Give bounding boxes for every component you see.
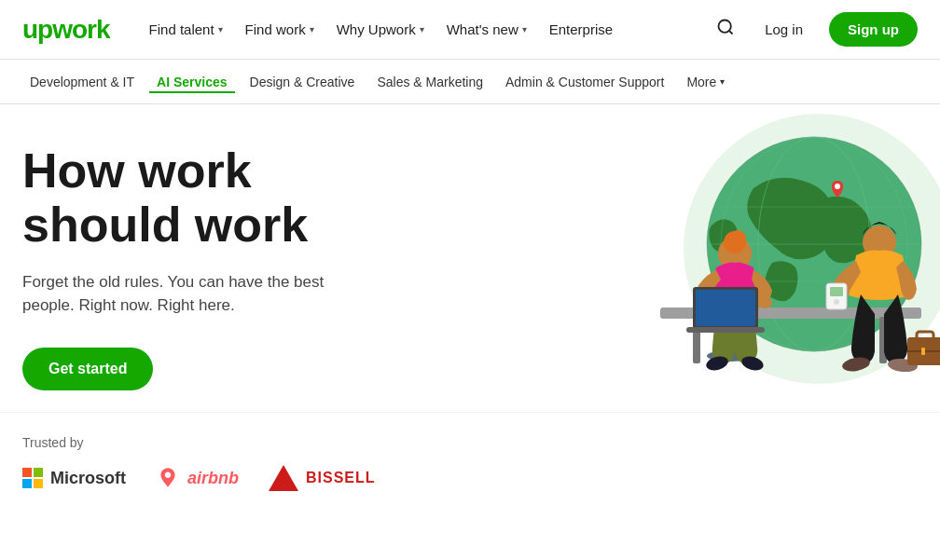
nav-enterprise[interactable]: Enterprise [540,14,622,45]
login-button[interactable]: Log in [753,14,814,45]
category-nav: Development & IT AI Services Design & Cr… [0,60,940,104]
upwork-logo[interactable]: upwork [22,15,110,45]
nav-whats-new[interactable]: What's new ▾ [437,14,536,45]
nav-why-upwork[interactable]: Why Upwork ▾ [327,14,434,45]
svg-rect-37 [921,348,925,355]
svg-point-22 [757,297,772,308]
microsoft-logo: Microsoft [22,468,126,488]
svg-rect-26 [696,290,755,326]
hero-subtitle: Forget the old rules. You can have the b… [22,270,339,318]
nav-find-work[interactable]: Find work ▾ [236,14,324,45]
get-started-button[interactable]: Get started [22,348,153,390]
airbnb-logo: airbnb [156,466,239,490]
cat-development-it[interactable]: Development & IT [22,71,142,93]
hero-section: How work should work Forget the old rule… [0,104,940,412]
search-icon [716,18,735,36]
svg-point-31 [834,299,839,305]
chevron-down-icon: ▾ [218,24,223,34]
hero-title: How work should work [22,144,339,251]
airbnb-icon [156,466,180,490]
bissell-name: BISSELL [306,470,376,486]
svg-point-11 [835,184,840,189]
nav-right-actions: Log in Sign up [712,12,918,47]
microsoft-grid-icon [22,468,43,488]
nav-find-talent[interactable]: Find talent ▾ [140,14,232,45]
chevron-down-icon: ▾ [720,76,725,87]
trusted-section: Trusted by Microsoft airbnb BISSELL [0,412,940,521]
svg-line-1 [729,31,733,34]
airbnb-name: airbnb [187,469,239,488]
svg-rect-30 [830,287,843,296]
cat-sales-marketing[interactable]: Sales & Marketing [369,71,491,93]
chevron-down-icon: ▾ [310,24,314,34]
ms-green-square [34,468,43,477]
ms-red-square [22,468,32,477]
top-nav: upwork Find talent ▾ Find work ▾ Why Upw… [0,0,940,60]
chevron-down-icon: ▾ [522,24,527,34]
signup-button[interactable]: Sign up [829,12,918,47]
main-nav-links: Find talent ▾ Find work ▾ Why Upwork ▾ W… [140,14,713,45]
microsoft-name: Microsoft [50,469,126,488]
chevron-down-icon: ▾ [420,24,424,34]
cat-more[interactable]: More ▾ [679,71,732,93]
hero-text-block: How work should work Forget the old rule… [22,144,339,389]
ms-yellow-square [34,479,43,488]
svg-point-20 [729,230,746,247]
bissell-triangle-icon [269,465,298,491]
cat-design-creative[interactable]: Design & Creative [242,71,363,93]
search-button[interactable] [712,14,739,45]
cat-ai-services[interactable]: AI Services [149,71,235,93]
trusted-logos: Microsoft airbnb BISSELL [22,465,918,491]
svg-point-0 [719,20,731,33]
svg-rect-27 [686,327,765,333]
cat-admin-support[interactable]: Admin & Customer Support [498,71,671,93]
ms-blue-square [22,479,32,488]
trusted-label: Trusted by [22,435,918,450]
bissell-logo: BISSELL [269,465,376,491]
hero-illustration [548,104,940,412]
